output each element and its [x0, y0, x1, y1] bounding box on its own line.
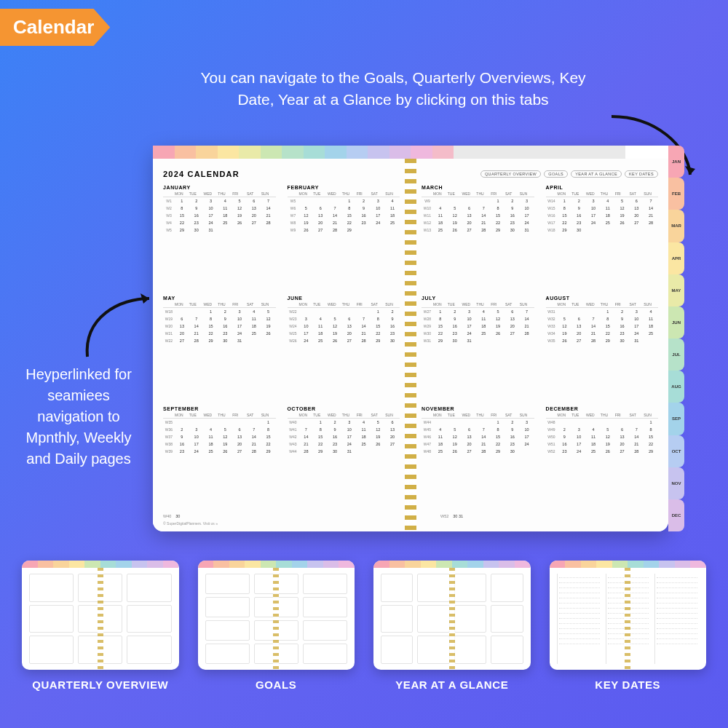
thumb-goals[interactable]: GOALS [198, 561, 355, 691]
top-tab[interactable] [218, 146, 240, 159]
month-tab-jul[interactable]: JUL [668, 339, 684, 371]
top-tabs[interactable] [153, 146, 668, 159]
top-tab[interactable] [582, 146, 604, 159]
top-tab[interactable] [539, 146, 561, 159]
month-march[interactable]: MARCHMONTUEWEDTHUFRISATSUNW9123W10456789… [422, 185, 534, 291]
thumb-key-dates[interactable]: KEY DATES [550, 561, 707, 691]
top-tab[interactable] [325, 146, 347, 159]
nav-button[interactable]: QUARTERLY OVERVIEW [480, 170, 541, 178]
nav-button[interactable]: GOALS [544, 170, 568, 178]
top-instruction: You can navigate to the Goals, Quarterly… [189, 67, 597, 111]
side-note: Heyperlinked for seamiees navigation to … [20, 364, 137, 470]
month-august[interactable]: AUGUSTMONTUEWEDTHUFRISATSUNW311234W32567… [546, 296, 659, 402]
top-tab[interactable] [518, 146, 540, 159]
nav-button[interactable]: KEY DATES [625, 170, 658, 178]
month-tab-aug[interactable]: AUG [668, 371, 684, 403]
top-tab[interactable] [282, 146, 304, 159]
top-tab[interactable] [196, 146, 218, 159]
month-tab-mar[interactable]: MAR [668, 210, 684, 242]
nav-button[interactable]: YEAR AT A GLANCE [571, 170, 622, 178]
calendar-badge: Calendar [0, 9, 110, 46]
month-tab-dec[interactable]: DEC [668, 499, 684, 531]
top-tab[interactable] [389, 146, 411, 159]
month-tab-may[interactable]: MAY [668, 274, 684, 306]
calendar-title: 2024 CALENDAR [163, 170, 240, 178]
month-tab-feb[interactable]: FEB [668, 178, 684, 210]
thumb-label: GOALS [256, 678, 296, 691]
nav-buttons[interactable]: QUARTERLY OVERVIEWGOALSYEAR AT A GLANCEK… [480, 170, 658, 178]
month-september[interactable]: SEPTEMBERMONTUEWEDTHUFRISATSUNW351W36234… [163, 406, 276, 513]
thumb-year-at-a-glance[interactable]: YEAR AT A GLANCE [373, 561, 531, 691]
planner-spread: 2024 CALENDAR JANUARYMONTUEWEDTHUFRISATS… [153, 146, 668, 531]
top-tab[interactable] [411, 146, 432, 159]
top-tab[interactable] [475, 146, 497, 159]
month-november[interactable]: NOVEMBERMONTUEWEDTHUFRISATSUNW44123W4545… [422, 406, 534, 513]
top-tab[interactable] [261, 146, 282, 159]
thumb-label: YEAR AT A GLANCE [395, 678, 508, 691]
thumbnail-row: QUARTERLY OVERVIEWGOALSYEAR AT A GLANCEK… [22, 561, 706, 691]
top-tab[interactable] [368, 146, 389, 159]
thumb-label: KEY DATES [595, 678, 660, 691]
top-tab[interactable] [454, 146, 475, 159]
top-tab[interactable] [153, 146, 175, 159]
month-february[interactable]: FEBRUARYMONTUEWEDTHUFRISATSUNW51234W6567… [288, 185, 400, 291]
top-tab[interactable] [561, 146, 583, 159]
month-tabs[interactable]: JANFEBMARAPRMAYJUNJULAUGSEPOCTNOVDEC [668, 146, 684, 531]
month-january[interactable]: JANUARYMONTUEWEDTHUFRISATSUNW11234567W28… [163, 185, 276, 291]
months-right[interactable]: MARCHMONTUEWEDTHUFRISATSUNW9123W10456789… [422, 185, 658, 513]
month-april[interactable]: APRILMONTUEWEDTHUFRISATSUNW141234567W158… [546, 185, 659, 291]
month-tab-apr[interactable]: APR [668, 242, 684, 274]
top-tab[interactable] [496, 146, 518, 159]
top-tab[interactable] [239, 146, 261, 159]
month-tab-nov[interactable]: NOV [668, 467, 684, 499]
arrow-to-calendar [76, 295, 164, 371]
top-tab[interactable] [604, 146, 626, 159]
month-tab-oct[interactable]: OCT [668, 435, 684, 467]
month-tab-jan[interactable]: JAN [668, 146, 684, 178]
top-tab[interactable] [304, 146, 325, 159]
top-tab[interactable] [625, 146, 647, 159]
month-tab-jun[interactable]: JUN [668, 306, 684, 339]
month-december[interactable]: DECEMBERMONTUEWEDTHUFRISATSUNW481W492345… [546, 406, 659, 513]
month-tab-sep[interactable]: SEP [668, 403, 684, 435]
month-july[interactable]: JULYMONTUEWEDTHUFRISATSUNW271234567W2889… [422, 296, 534, 402]
thumb-label: QUARTERLY OVERVIEW [32, 678, 168, 691]
footer-credit: © SuperDigitalPlanners. Visit us » [163, 521, 400, 526]
top-tab[interactable] [647, 146, 669, 159]
top-tab[interactable] [175, 146, 197, 159]
month-june[interactable]: JUNEMONTUEWEDTHUFRISATSUNW2212W233456789… [288, 296, 400, 402]
thumb-quarterly-overview[interactable]: QUARTERLY OVERVIEW [22, 561, 179, 691]
month-october[interactable]: OCTOBERMONTUEWEDTHUFRISATSUNW40123456W41… [288, 406, 400, 513]
top-tab[interactable] [432, 146, 454, 159]
months-left[interactable]: JANUARYMONTUEWEDTHUFRISATSUNW11234567W28… [163, 185, 400, 513]
month-may[interactable]: MAYMONTUEWEDTHUFRISATSUNW1812345W1967891… [163, 296, 276, 402]
top-tab[interactable] [347, 146, 368, 159]
